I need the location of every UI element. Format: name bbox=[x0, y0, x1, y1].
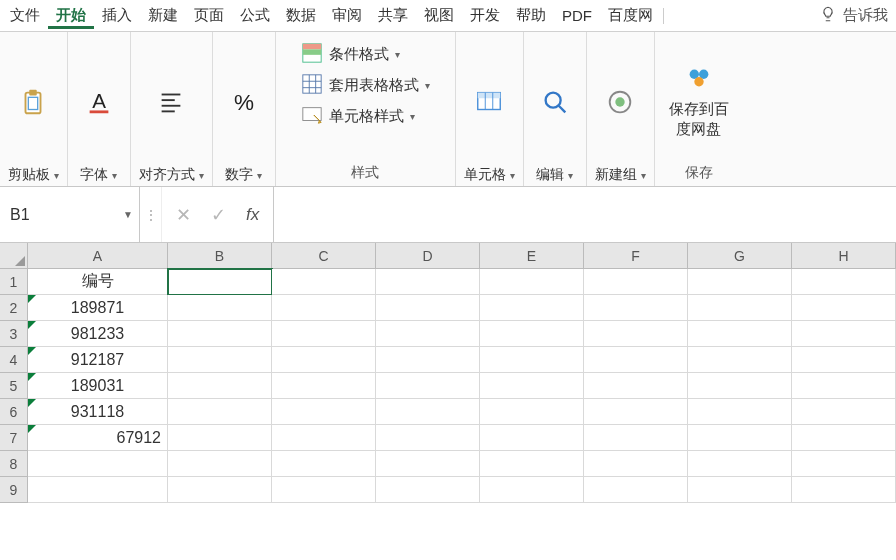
fx-icon[interactable]: fx bbox=[246, 205, 259, 225]
font-button[interactable]: A bbox=[76, 81, 122, 123]
menu-review[interactable]: 审阅 bbox=[324, 2, 370, 29]
row-header-4[interactable]: 4 bbox=[0, 347, 28, 373]
cell-E9[interactable] bbox=[480, 477, 584, 503]
cell-G8[interactable] bbox=[688, 451, 792, 477]
menu-page[interactable]: 页面 bbox=[186, 2, 232, 29]
cell-E1[interactable] bbox=[480, 269, 584, 295]
cell-D4[interactable] bbox=[376, 347, 480, 373]
cells-label[interactable]: 单元格 ▾ bbox=[464, 166, 515, 184]
cell-F6[interactable] bbox=[584, 399, 688, 425]
menu-baidu[interactable]: 百度网 bbox=[600, 2, 661, 29]
cell-C1[interactable] bbox=[272, 269, 376, 295]
cell-G4[interactable] bbox=[688, 347, 792, 373]
col-header-H[interactable]: H bbox=[792, 243, 896, 269]
cell-H5[interactable] bbox=[792, 373, 896, 399]
cell-F2[interactable] bbox=[584, 295, 688, 321]
cell-B6[interactable] bbox=[168, 399, 272, 425]
cell-H8[interactable] bbox=[792, 451, 896, 477]
row-header-8[interactable]: 8 bbox=[0, 451, 28, 477]
cell-F7[interactable] bbox=[584, 425, 688, 451]
menu-pdf[interactable]: PDF bbox=[554, 3, 600, 28]
cell-E4[interactable] bbox=[480, 347, 584, 373]
cell-B8[interactable] bbox=[168, 451, 272, 477]
number-button[interactable]: % bbox=[221, 81, 267, 123]
cell-C9[interactable] bbox=[272, 477, 376, 503]
cell-A7[interactable]: 67912 bbox=[28, 425, 168, 451]
cell-F5[interactable] bbox=[584, 373, 688, 399]
edit-label[interactable]: 编辑 ▾ bbox=[536, 166, 573, 184]
cell-F9[interactable] bbox=[584, 477, 688, 503]
cell-B4[interactable] bbox=[168, 347, 272, 373]
cell-C2[interactable] bbox=[272, 295, 376, 321]
cell-H6[interactable] bbox=[792, 399, 896, 425]
cell-H9[interactable] bbox=[792, 477, 896, 503]
cell-B2[interactable] bbox=[168, 295, 272, 321]
cell-B3[interactable] bbox=[168, 321, 272, 347]
align-label[interactable]: 对齐方式 ▾ bbox=[139, 166, 204, 184]
cell-C6[interactable] bbox=[272, 399, 376, 425]
cell-E6[interactable] bbox=[480, 399, 584, 425]
col-header-D[interactable]: D bbox=[376, 243, 480, 269]
col-header-B[interactable]: B bbox=[168, 243, 272, 269]
cell-D8[interactable] bbox=[376, 451, 480, 477]
cell-A3[interactable]: 981233 bbox=[28, 321, 168, 347]
menu-share[interactable]: 共享 bbox=[370, 2, 416, 29]
tell-me[interactable]: 告诉我 bbox=[837, 2, 894, 29]
cell-G5[interactable] bbox=[688, 373, 792, 399]
cells-button[interactable] bbox=[466, 81, 512, 123]
save-baidu-button[interactable]: 保存到百度网盘 bbox=[663, 57, 735, 142]
cell-E8[interactable] bbox=[480, 451, 584, 477]
cell-D3[interactable] bbox=[376, 321, 480, 347]
cell-D1[interactable] bbox=[376, 269, 480, 295]
cell-D2[interactable] bbox=[376, 295, 480, 321]
menu-insert[interactable]: 插入 bbox=[94, 2, 140, 29]
cell-A4[interactable]: 912187 bbox=[28, 347, 168, 373]
cell-B5[interactable] bbox=[168, 373, 272, 399]
formula-input[interactable] bbox=[273, 187, 896, 242]
confirm-icon[interactable]: ✓ bbox=[211, 204, 226, 226]
cell-G6[interactable] bbox=[688, 399, 792, 425]
lightbulb-icon[interactable] bbox=[819, 5, 837, 26]
menu-new[interactable]: 新建 bbox=[140, 2, 186, 29]
cell-A8[interactable] bbox=[28, 451, 168, 477]
menu-help[interactable]: 帮助 bbox=[508, 2, 554, 29]
name-box[interactable]: B1 ▼ bbox=[0, 187, 140, 242]
cell-E2[interactable] bbox=[480, 295, 584, 321]
menu-data[interactable]: 数据 bbox=[278, 2, 324, 29]
cell-C5[interactable] bbox=[272, 373, 376, 399]
cell-D9[interactable] bbox=[376, 477, 480, 503]
cell-B1[interactable] bbox=[168, 269, 272, 295]
menu-file[interactable]: 文件 bbox=[2, 2, 48, 29]
col-header-C[interactable]: C bbox=[272, 243, 376, 269]
cell-H2[interactable] bbox=[792, 295, 896, 321]
col-header-F[interactable]: F bbox=[584, 243, 688, 269]
clipboard-button[interactable] bbox=[10, 81, 56, 123]
name-box-dropdown-icon[interactable]: ▼ bbox=[123, 209, 133, 220]
number-label[interactable]: 数字 ▾ bbox=[225, 166, 262, 184]
cell-E5[interactable] bbox=[480, 373, 584, 399]
cell-C4[interactable] bbox=[272, 347, 376, 373]
row-header-7[interactable]: 7 bbox=[0, 425, 28, 451]
menu-view[interactable]: 视图 bbox=[416, 2, 462, 29]
conditional-format-button[interactable]: 条件格式▾ bbox=[301, 42, 400, 67]
table-format-button[interactable]: 套用表格格式▾ bbox=[301, 73, 430, 98]
cell-C3[interactable] bbox=[272, 321, 376, 347]
cell-A6[interactable]: 931118 bbox=[28, 399, 168, 425]
edit-button[interactable] bbox=[532, 81, 578, 123]
cell-style-button[interactable]: 单元格样式▾ bbox=[301, 104, 415, 129]
cell-G2[interactable] bbox=[688, 295, 792, 321]
cell-F8[interactable] bbox=[584, 451, 688, 477]
cell-E7[interactable] bbox=[480, 425, 584, 451]
cell-H7[interactable] bbox=[792, 425, 896, 451]
cell-A5[interactable]: 189031 bbox=[28, 373, 168, 399]
cell-E3[interactable] bbox=[480, 321, 584, 347]
cell-G9[interactable] bbox=[688, 477, 792, 503]
cancel-icon[interactable]: ✕ bbox=[176, 204, 191, 226]
row-header-9[interactable]: 9 bbox=[0, 477, 28, 503]
col-header-G[interactable]: G bbox=[688, 243, 792, 269]
menu-formula[interactable]: 公式 bbox=[232, 2, 278, 29]
cell-C8[interactable] bbox=[272, 451, 376, 477]
cell-B9[interactable] bbox=[168, 477, 272, 503]
cell-G3[interactable] bbox=[688, 321, 792, 347]
menu-dev[interactable]: 开发 bbox=[462, 2, 508, 29]
